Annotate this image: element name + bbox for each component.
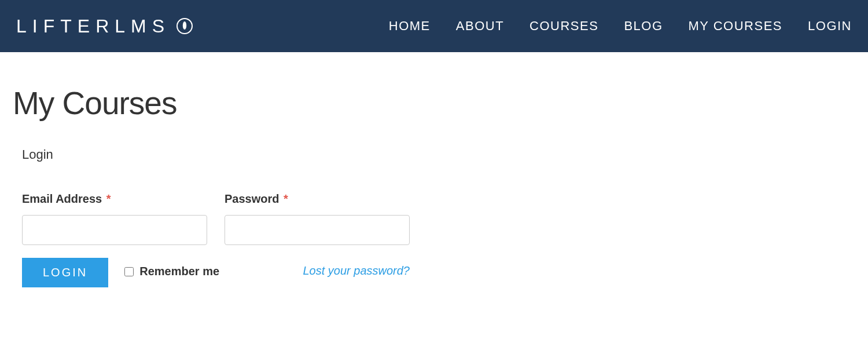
remember-me-checkbox[interactable]: [124, 267, 134, 276]
email-group: Email Address *: [22, 192, 207, 245]
site-logo[interactable]: LIFTERLMS: [16, 16, 193, 37]
form-title: Login: [22, 147, 855, 162]
header-bar: LIFTERLMS HOME ABOUT COURSES BLOG MY COU…: [0, 0, 868, 52]
main-nav: HOME ABOUT COURSES BLOG MY COURSES LOGIN: [389, 19, 852, 34]
nav-blog[interactable]: BLOG: [624, 19, 663, 34]
main-content: My Courses Login Email Address * Passwor…: [0, 52, 868, 287]
required-mark: *: [106, 192, 111, 205]
nav-about[interactable]: ABOUT: [456, 19, 504, 34]
password-label-text: Password: [225, 192, 279, 205]
svg-point-1: [183, 21, 186, 30]
rocket-circle-icon: [176, 17, 193, 35]
email-label-text: Email Address: [22, 192, 102, 205]
logo-text: LIFTERLMS: [16, 16, 170, 37]
login-fields-row: Email Address * Password *: [22, 192, 855, 245]
page-title: My Courses: [13, 85, 855, 122]
email-label: Email Address *: [22, 192, 207, 206]
nav-courses[interactable]: COURSES: [529, 19, 598, 34]
remember-me-label: Remember me: [139, 265, 219, 278]
form-actions: LOGIN Remember me Lost your password?: [22, 258, 410, 287]
nav-my-courses[interactable]: MY COURSES: [689, 19, 783, 34]
lost-password-link[interactable]: Lost your password?: [303, 261, 410, 280]
required-mark: *: [284, 192, 288, 205]
password-group: Password *: [225, 192, 410, 245]
email-field[interactable]: [22, 215, 207, 245]
login-button[interactable]: LOGIN: [22, 258, 108, 287]
nav-home[interactable]: HOME: [389, 19, 431, 34]
nav-login[interactable]: LOGIN: [808, 19, 852, 34]
password-label: Password *: [225, 192, 410, 206]
remember-me-wrap: Remember me: [124, 265, 219, 278]
password-field[interactable]: [225, 215, 410, 245]
